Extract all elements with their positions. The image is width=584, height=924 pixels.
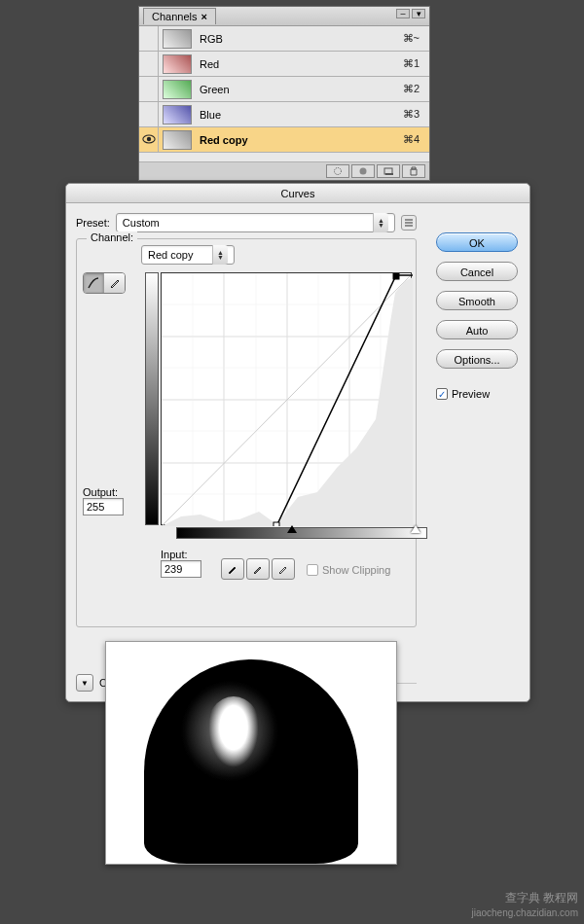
preview-row: ✓ Preview bbox=[436, 388, 518, 400]
preset-menu-button[interactable] bbox=[401, 215, 417, 231]
channel-row-red[interactable]: Red ⌘1 bbox=[139, 52, 429, 77]
channels-panel-header[interactable]: Channels × – ▾ bbox=[139, 7, 429, 26]
curve-area bbox=[145, 272, 412, 525]
black-point-slider[interactable] bbox=[287, 525, 297, 533]
panel-menu-icon[interactable]: ▾ bbox=[412, 9, 425, 18]
chevron-updown-icon: ▲▼ bbox=[373, 213, 388, 232]
svg-rect-22 bbox=[393, 273, 399, 279]
preset-label: Preset: bbox=[76, 217, 110, 229]
channels-panel-footer bbox=[139, 162, 429, 180]
white-point-slider[interactable] bbox=[411, 525, 420, 533]
channel-thumbnail bbox=[163, 105, 192, 124]
curve-grid bbox=[162, 273, 413, 526]
chevron-updown-icon: ▲▼ bbox=[212, 245, 228, 265]
channel-name: Red copy bbox=[196, 134, 403, 146]
watermark-main: 查字典 教程网 bbox=[505, 890, 578, 906]
channel-value: Red copy bbox=[148, 249, 193, 261]
channel-thumbnail bbox=[163, 54, 192, 74]
curve-graph[interactable] bbox=[161, 272, 412, 525]
new-channel-button[interactable] bbox=[377, 164, 400, 178]
svg-point-2 bbox=[335, 168, 342, 175]
input-input[interactable] bbox=[161, 560, 201, 578]
menu-icon bbox=[404, 218, 414, 228]
channel-row-blue[interactable]: Blue ⌘3 bbox=[139, 102, 429, 127]
dialog-title[interactable]: Curves bbox=[66, 184, 529, 203]
white-eyedropper[interactable] bbox=[272, 558, 295, 580]
channel-shortcut: ⌘2 bbox=[403, 83, 429, 95]
curve-pencil-tool[interactable] bbox=[104, 273, 125, 293]
svg-rect-5 bbox=[385, 173, 393, 175]
preview-label: Preview bbox=[452, 388, 490, 400]
output-input[interactable] bbox=[83, 498, 124, 515]
channel-select[interactable]: Red copy ▲▼ bbox=[141, 245, 235, 265]
dialog-body: Preset: Custom ▲▼ Channel: Red copy ▲▼ bbox=[66, 203, 529, 701]
visibility-toggle[interactable] bbox=[139, 102, 159, 126]
output-block: Output: bbox=[83, 486, 124, 515]
show-clipping-label: Show Clipping bbox=[322, 564, 390, 576]
channel-fieldset: Channel: Red copy ▲▼ bbox=[76, 238, 417, 627]
gray-eyedropper[interactable] bbox=[246, 558, 270, 580]
options-button[interactable]: Options... bbox=[436, 349, 518, 369]
preset-row: Preset: Custom ▲▼ bbox=[76, 213, 417, 232]
show-clipping-row: Show Clipping bbox=[307, 564, 390, 576]
ok-button[interactable]: OK bbox=[436, 232, 518, 252]
channel-row-rgb[interactable]: RGB ⌘~ bbox=[139, 26, 429, 52]
input-label: Input: bbox=[161, 549, 201, 560]
triangle-down-icon: ▼ bbox=[81, 679, 89, 688]
curve-point-tool[interactable] bbox=[84, 273, 104, 293]
channel-thumbnail bbox=[163, 80, 192, 99]
channel-name: RGB bbox=[196, 33, 403, 45]
channels-tab[interactable]: Channels × bbox=[143, 8, 216, 24]
channels-panel: Channels × – ▾ RGB ⌘~ Red ⌘1 Green ⌘2 Bl… bbox=[138, 6, 430, 181]
svg-rect-21 bbox=[274, 522, 279, 526]
minimize-icon[interactable]: – bbox=[396, 9, 410, 18]
channel-shortcut: ⌘~ bbox=[403, 32, 429, 45]
watermark-sub: jiaocheng.chazidian.com bbox=[471, 907, 578, 918]
delete-channel-button[interactable] bbox=[402, 164, 425, 178]
dialog-buttons: OK Cancel Smooth Auto Options... ✓ Previ… bbox=[436, 232, 518, 400]
visibility-toggle[interactable] bbox=[139, 127, 159, 152]
curve-tool-group bbox=[83, 272, 126, 294]
save-selection-button[interactable] bbox=[351, 164, 375, 178]
cancel-button[interactable]: Cancel bbox=[436, 262, 518, 281]
channel-shortcut: ⌘1 bbox=[403, 57, 429, 70]
curves-dialog: Curves Preset: Custom ▲▼ Channel: Red co… bbox=[65, 183, 530, 702]
portrait-silhouette bbox=[144, 659, 358, 864]
visibility-toggle[interactable] bbox=[139, 26, 159, 51]
preset-value: Custom bbox=[123, 217, 160, 229]
disclosure-button[interactable]: ▼ bbox=[76, 674, 93, 692]
channels-tab-label: Channels bbox=[152, 11, 197, 22]
eyedropper-group bbox=[221, 558, 295, 580]
eye-icon bbox=[142, 134, 156, 146]
channel-list: RGB ⌘~ Red ⌘1 Green ⌘2 Blue ⌘3 bbox=[139, 26, 429, 162]
channel-name: Red bbox=[196, 58, 403, 70]
channel-label: Channel: bbox=[87, 231, 137, 243]
channel-row-green[interactable]: Green ⌘2 bbox=[139, 77, 429, 102]
channel-list-empty bbox=[139, 153, 429, 162]
svg-point-1 bbox=[146, 136, 150, 140]
input-block: Input: bbox=[161, 549, 201, 578]
channel-shortcut: ⌘4 bbox=[403, 133, 429, 146]
output-label: Output: bbox=[83, 486, 124, 498]
input-gradient[interactable] bbox=[176, 527, 427, 539]
output-gradient bbox=[145, 272, 159, 525]
svg-point-3 bbox=[360, 168, 367, 175]
close-icon[interactable]: × bbox=[201, 11, 206, 22]
black-eyedropper[interactable] bbox=[221, 558, 244, 580]
channel-shortcut: ⌘3 bbox=[403, 108, 429, 121]
channel-thumbnail bbox=[163, 29, 192, 49]
smooth-button[interactable]: Smooth bbox=[436, 291, 518, 310]
preview-checkbox[interactable]: ✓ bbox=[436, 388, 448, 400]
auto-button[interactable]: Auto bbox=[436, 320, 518, 339]
channel-thumbnail bbox=[163, 130, 192, 150]
channel-name: Blue bbox=[196, 109, 403, 121]
visibility-toggle[interactable] bbox=[139, 77, 159, 101]
result-preview-image bbox=[105, 641, 397, 865]
load-selection-button[interactable] bbox=[326, 164, 349, 178]
show-clipping-checkbox[interactable] bbox=[307, 564, 318, 576]
channel-name: Green bbox=[196, 84, 403, 95]
visibility-toggle[interactable] bbox=[139, 52, 159, 76]
preset-select[interactable]: Custom ▲▼ bbox=[116, 213, 395, 232]
channel-row-red-copy[interactable]: Red copy ⌘4 bbox=[139, 127, 429, 153]
